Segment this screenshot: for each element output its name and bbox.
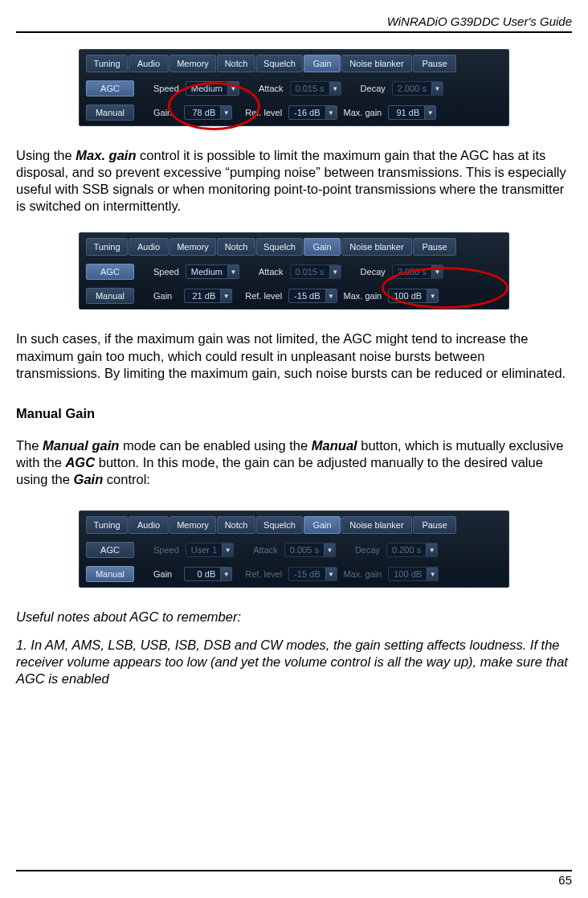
chevron-down-icon[interactable]: ▼ <box>220 289 231 302</box>
speed-label: Speed <box>153 545 179 555</box>
tab-gain[interactable]: Gain <box>304 516 341 534</box>
row-1: AGC Speed Medium▼ Attack 0.015 s▼ Decay … <box>86 264 502 280</box>
ref-label: Ref. level <box>245 108 282 117</box>
tab-noise-blanker[interactable]: Noise blanker <box>341 516 412 534</box>
tab-squelch[interactable]: Squelch <box>256 238 303 256</box>
chevron-down-icon[interactable]: ▼ <box>324 543 335 556</box>
max-label: Max. gain <box>344 108 382 117</box>
speed-select[interactable]: User 1▼ <box>186 543 234 557</box>
chevron-down-icon[interactable]: ▼ <box>220 106 231 119</box>
decay-value[interactable]: 0.200 s▼ <box>386 543 438 557</box>
chevron-down-icon[interactable]: ▼ <box>325 106 337 119</box>
max-value[interactable]: 91 dB▼ <box>388 105 436 120</box>
tab-row: Tuning Audio Memory Notch Squelch Gain N… <box>86 516 502 534</box>
row-1: AGC Speed Medium▼ Attack 0.015 s▼ Decay … <box>86 80 502 96</box>
gain-panel-3: Tuning Audio Memory Notch Squelch Gain N… <box>79 511 509 588</box>
chevron-down-icon[interactable]: ▼ <box>431 82 443 95</box>
ref-label: Ref. level <box>245 291 282 301</box>
tab-audio[interactable]: Audio <box>129 516 169 534</box>
tab-tuning[interactable]: Tuning <box>86 238 128 256</box>
tab-row: Tuning Audio Memory Notch Squelch Gain N… <box>86 238 502 256</box>
gain-value[interactable]: 0 dB▼ <box>184 567 232 581</box>
tab-notch[interactable]: Notch <box>217 238 255 256</box>
tab-pause[interactable]: Pause <box>413 55 456 72</box>
ref-value[interactable]: -15 dB▼ <box>288 289 337 303</box>
chevron-down-icon[interactable]: ▼ <box>325 289 337 302</box>
figure-1: Tuning Audio Memory Notch Squelch Gain N… <box>16 49 572 126</box>
paragraph-2: In such cases, if the maximum gain was n… <box>16 330 572 381</box>
speed-select[interactable]: Medium▼ <box>186 264 239 279</box>
tab-memory[interactable]: Memory <box>169 516 216 534</box>
chevron-down-icon[interactable]: ▼ <box>227 82 239 95</box>
speed-label: Speed <box>153 267 179 277</box>
agc-button[interactable]: AGC <box>86 80 134 96</box>
heading-manual-gain: Manual Gain <box>16 406 572 421</box>
figure-3: Tuning Audio Memory Notch Squelch Gain N… <box>16 511 572 588</box>
speed-select[interactable]: Medium▼ <box>186 81 239 96</box>
note-1: 1. In AM, AMS, LSB, USB, ISB, DSB and CW… <box>16 637 572 687</box>
tab-gain[interactable]: Gain <box>304 55 341 72</box>
chevron-down-icon[interactable]: ▼ <box>431 265 443 278</box>
tab-audio[interactable]: Audio <box>129 238 169 256</box>
chevron-down-icon[interactable]: ▼ <box>424 106 435 119</box>
tab-pause[interactable]: Pause <box>413 516 456 534</box>
attack-value[interactable]: 0.005 s▼ <box>284 543 336 557</box>
tab-memory[interactable]: Memory <box>169 55 216 72</box>
chevron-down-icon[interactable]: ▼ <box>220 568 231 580</box>
attack-value[interactable]: 0.015 s▼ <box>290 264 341 279</box>
chevron-down-icon[interactable]: ▼ <box>426 543 437 556</box>
decay-value[interactable]: 2.000 s▼ <box>392 264 443 279</box>
row-1: AGC Speed User 1▼ Attack 0.005 s▼ Decay … <box>86 542 502 558</box>
tab-noise-blanker[interactable]: Noise blanker <box>341 55 412 72</box>
decay-value[interactable]: 2.000 s▼ <box>392 81 443 96</box>
page: WiNRADiO G39DDC User's Guide Tuning Audi… <box>0 0 588 898</box>
chevron-down-icon[interactable]: ▼ <box>329 265 341 278</box>
max-label: Max. gain <box>344 291 382 301</box>
max-value[interactable]: 100 dB▼ <box>388 567 439 581</box>
tab-notch[interactable]: Notch <box>217 516 255 534</box>
attack-label: Attack <box>259 84 284 93</box>
figure-2: Tuning Audio Memory Notch Squelch Gain N… <box>16 232 572 310</box>
gain-value[interactable]: 21 dB▼ <box>184 289 232 303</box>
attack-value[interactable]: 0.015 s▼ <box>290 81 341 96</box>
row-2: Manual Gain 0 dB▼ Ref. level -15 dB▼ Max… <box>86 566 502 582</box>
tab-tuning[interactable]: Tuning <box>86 55 128 72</box>
decay-label: Decay <box>361 84 386 93</box>
gain-label: Gain <box>153 569 172 579</box>
tab-squelch[interactable]: Squelch <box>256 516 303 534</box>
tab-notch[interactable]: Notch <box>217 55 255 72</box>
page-footer: 65 <box>16 870 572 887</box>
attack-label: Attack <box>259 267 284 277</box>
tab-audio[interactable]: Audio <box>129 55 169 72</box>
manual-button[interactable]: Manual <box>86 105 134 121</box>
gain-panel-1: Tuning Audio Memory Notch Squelch Gain N… <box>79 49 509 126</box>
ref-value[interactable]: -15 dB▼ <box>288 567 337 581</box>
chevron-down-icon[interactable]: ▼ <box>427 568 438 580</box>
chevron-down-icon[interactable]: ▼ <box>329 82 341 95</box>
tab-pause[interactable]: Pause <box>413 238 456 256</box>
footer-rule <box>16 870 572 871</box>
chevron-down-icon[interactable]: ▼ <box>325 568 337 580</box>
tab-noise-blanker[interactable]: Noise blanker <box>341 238 412 256</box>
ref-value[interactable]: -16 dB▼ <box>288 105 337 120</box>
decay-label: Decay <box>361 267 386 277</box>
gain-value[interactable]: 78 dB▼ <box>184 105 232 120</box>
tab-memory[interactable]: Memory <box>169 238 216 256</box>
agc-button[interactable]: AGC <box>86 264 134 280</box>
chevron-down-icon[interactable]: ▼ <box>427 289 438 302</box>
manual-button[interactable]: Manual <box>86 566 134 582</box>
max-value[interactable]: 100 dB▼ <box>388 289 439 303</box>
chevron-down-icon[interactable]: ▼ <box>227 265 239 278</box>
tab-squelch[interactable]: Squelch <box>256 55 303 72</box>
speed-label: Speed <box>153 84 179 93</box>
ref-label: Ref. level <box>245 569 282 579</box>
max-label: Max. gain <box>344 569 382 579</box>
manual-button[interactable]: Manual <box>86 288 134 304</box>
chevron-down-icon[interactable]: ▼ <box>222 543 233 556</box>
paragraph-3: The Manual gain mode can be enabled usin… <box>16 437 572 488</box>
row-2: Manual Gain 78 dB▼ Ref. level -16 dB▼ Ma… <box>86 105 502 121</box>
tab-gain[interactable]: Gain <box>304 238 341 256</box>
tab-tuning[interactable]: Tuning <box>86 516 128 534</box>
agc-button[interactable]: AGC <box>86 542 134 558</box>
gain-label: Gain <box>153 291 172 301</box>
